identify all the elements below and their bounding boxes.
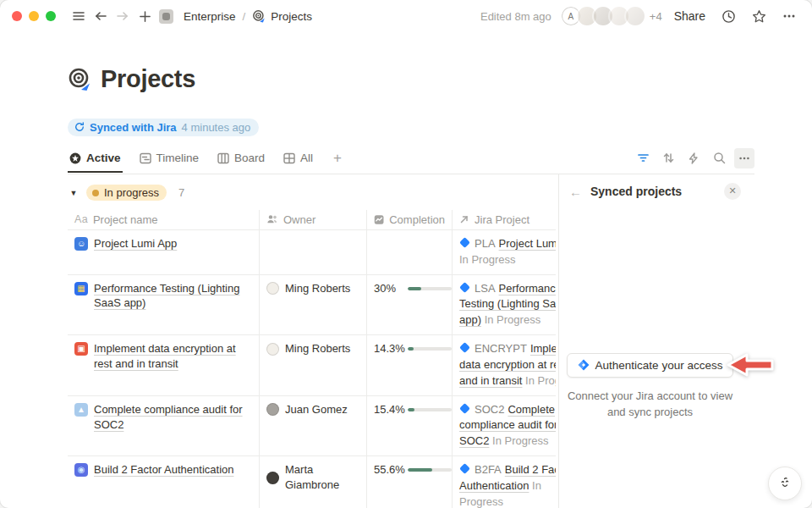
authenticate-access-button[interactable]: Authenticate your access: [567, 353, 734, 378]
tab-active[interactable]: Active: [68, 148, 123, 173]
sort-icon[interactable]: [658, 148, 678, 168]
close-window-button[interactable]: [12, 11, 22, 21]
jira-project-cell[interactable]: PLAProject Lumi App In Progress: [453, 230, 556, 274]
panel-title: Synced projects: [590, 185, 682, 198]
owner-avatar: [266, 403, 279, 416]
history-clock-icon[interactable]: [717, 5, 739, 27]
breadcrumb: Enterprise / Projects: [156, 9, 312, 24]
active-view-icon: [69, 152, 81, 164]
owner-cell[interactable]: Juan Gomez: [260, 396, 367, 456]
completion-cell[interactable]: 30%: [367, 275, 453, 335]
project-name-cell[interactable]: ▦ Performance Testing (Lighting SaaS app…: [68, 275, 260, 335]
project-name[interactable]: Implement data encryption at rest and in…: [94, 341, 252, 372]
text-property-icon: Aa: [74, 213, 88, 225]
project-name[interactable]: Build 2 Factor Authentication: [94, 462, 234, 478]
project-name-cell[interactable]: ▣ Implement data encryption at rest and …: [68, 335, 260, 395]
tab-board[interactable]: Board: [216, 148, 266, 173]
page-title-target-icon[interactable]: [68, 68, 91, 91]
project-icon: ☺: [74, 237, 88, 251]
owner-cell[interactable]: Marta Giambrone: [260, 456, 367, 508]
board-view-icon: [217, 152, 229, 164]
add-view-icon[interactable]: +: [330, 150, 345, 172]
forward-icon[interactable]: [112, 5, 134, 27]
table-row[interactable]: ◉ Build 2 Factor Authentication Marta Gi…: [68, 456, 556, 508]
jira-project-cell[interactable]: B2FABuild 2 Factor Authentication In Pro…: [453, 456, 556, 508]
progress-bar: [408, 287, 452, 290]
completion-cell[interactable]: 55.6%: [367, 456, 453, 508]
owner-name: Ming Roberts: [285, 341, 350, 356]
project-name-cell[interactable]: ☺ Project Lumi App: [68, 230, 260, 274]
project-name-cell[interactable]: ◉ Build 2 Factor Authentication: [68, 456, 260, 508]
jira-project-name[interactable]: Project Lumi App: [499, 237, 556, 250]
share-button[interactable]: Share: [671, 8, 709, 25]
completion-percent: 14.3%: [374, 341, 402, 356]
view-more-icon[interactable]: [734, 148, 754, 168]
people-icon: [266, 213, 278, 225]
jira-project-cell[interactable]: SOC2Complete compliance audit for SOC2 I…: [453, 396, 556, 456]
page-target-icon: [252, 9, 266, 23]
avatar[interactable]: [624, 5, 646, 27]
panel-back-icon[interactable]: ←: [569, 185, 582, 199]
jira-status: In Progress: [492, 434, 548, 447]
project-name-cell[interactable]: ▲ Complete compliance audit for SOC2: [68, 396, 260, 456]
column-header-project-name[interactable]: Aa Project name: [68, 210, 260, 229]
owner-avatar: [266, 472, 279, 484]
table-header-row: Aa Project name Owner Completion: [68, 210, 556, 230]
jira-key: PLA: [475, 237, 496, 250]
project-name[interactable]: Performance Testing (Lighting SaaS app): [94, 281, 252, 312]
owner-avatar: [266, 282, 279, 295]
jira-key: B2FA: [475, 463, 502, 476]
jira-issue-icon: [459, 463, 470, 474]
completion-percent: 15.4%: [374, 402, 402, 417]
jira-project-cell[interactable]: ENCRYPTImplement data encryption at rest…: [453, 335, 556, 395]
minimize-window-button[interactable]: [29, 11, 39, 21]
completion-cell[interactable]: [367, 230, 453, 274]
group-status-badge[interactable]: In progress: [86, 185, 167, 201]
sidebar-toggle-icon[interactable]: [68, 5, 90, 27]
page-title[interactable]: Projects: [101, 65, 195, 93]
automations-lightning-icon[interactable]: [683, 148, 704, 168]
tab-all[interactable]: All: [282, 148, 315, 173]
annotation-arrow-icon: [726, 351, 775, 378]
column-header-jira-project[interactable]: Jira Project: [453, 210, 556, 229]
tab-timeline[interactable]: Timeline: [138, 148, 201, 173]
jira-project-cell[interactable]: LSAPerformance Testing (Lighting SaaS ap…: [453, 275, 556, 335]
favorite-star-icon[interactable]: [748, 5, 770, 27]
external-arrow-icon: [459, 214, 469, 224]
column-header-completion[interactable]: Completion: [367, 210, 453, 229]
project-icon: ▦: [74, 282, 88, 295]
breadcrumb-page[interactable]: Projects: [271, 10, 312, 23]
collaborator-avatars[interactable]: A +4: [560, 5, 662, 27]
filter-icon[interactable]: [633, 148, 653, 168]
owner-cell[interactable]: Ming Roberts: [260, 335, 367, 395]
back-icon[interactable]: [90, 5, 112, 27]
owner-cell[interactable]: [260, 230, 367, 274]
table-row[interactable]: ▣ Implement data encryption at rest and …: [68, 335, 556, 396]
sync-refresh-icon: [74, 122, 85, 132]
group-collapse-toggle-icon[interactable]: ▼: [68, 189, 80, 197]
zoom-window-button[interactable]: [46, 11, 56, 21]
table-row[interactable]: ▦ Performance Testing (Lighting SaaS app…: [68, 275, 556, 336]
new-page-icon[interactable]: [134, 5, 156, 27]
table-row[interactable]: ▲ Complete compliance audit for SOC2 Jua…: [68, 396, 556, 457]
column-header-owner[interactable]: Owner: [260, 210, 367, 229]
tab-all-label: All: [300, 152, 313, 164]
project-name[interactable]: Project Lumi App: [94, 236, 177, 251]
notion-ai-face-button[interactable]: [768, 467, 802, 500]
search-icon[interactable]: [709, 148, 729, 168]
completion-cell[interactable]: 15.4%: [367, 396, 453, 456]
table-row[interactable]: ☺ Project Lumi App: [68, 230, 556, 275]
jira-issue-icon: [459, 403, 470, 414]
owner-cell[interactable]: Ming Roberts: [260, 275, 367, 335]
completion-cell[interactable]: 14.3%: [367, 335, 453, 395]
panel-caption: Connect your Jira account to view and sy…: [566, 388, 735, 421]
jira-issue-icon: [459, 342, 470, 353]
jira-key: LSA: [475, 282, 496, 295]
more-options-icon[interactable]: [778, 5, 800, 27]
completion-percent: 30%: [374, 281, 402, 296]
breadcrumb-workspace[interactable]: Enterprise: [184, 10, 236, 23]
jira-sync-badge[interactable]: Synced with Jira 4 minutes ago: [68, 119, 259, 136]
project-name[interactable]: Complete compliance audit for SOC2: [94, 402, 252, 433]
panel-close-icon[interactable]: ✕: [724, 183, 741, 200]
avatar-overflow-count[interactable]: +4: [650, 10, 662, 23]
